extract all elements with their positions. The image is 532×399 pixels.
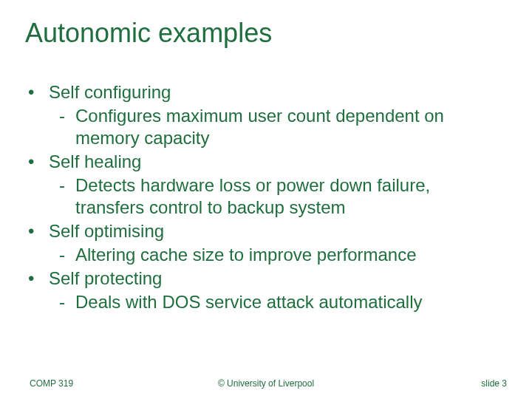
bullet-text: Self configuring — [49, 81, 495, 103]
footer-slide-num: 3 — [502, 378, 507, 389]
bullet-icon: • — [25, 151, 49, 173]
bullet-item: • Self configuring — [25, 81, 495, 103]
footer-slide-number: slide 3 — [481, 378, 507, 389]
bullet-item: • Self optimising — [25, 220, 495, 242]
bullet-item: • Self healing — [25, 151, 495, 173]
sub-text: Deals with DOS service attack automatica… — [75, 291, 495, 313]
dash-icon: - — [59, 291, 75, 313]
dash-icon: - — [59, 105, 75, 149]
sub-item: - Detects hardware loss or power down fa… — [59, 174, 495, 219]
footer-copyright: © University of Liverpool — [0, 378, 532, 389]
sub-text: Altering cache size to improve performan… — [75, 244, 495, 266]
sub-text: Detects hardware loss or power down fail… — [75, 174, 495, 219]
sub-item: - Deals with DOS service attack automati… — [59, 291, 495, 313]
bullet-icon: • — [25, 81, 49, 103]
sub-item: - Configures maximum user count dependen… — [59, 105, 495, 149]
slide-body: • Self configuring - Configures maximum … — [25, 81, 495, 315]
dash-icon: - — [59, 244, 75, 266]
dash-icon: - — [59, 174, 75, 219]
footer-slide-prefix: slide — [481, 378, 502, 389]
slide: Autonomic examples • Self configuring - … — [0, 0, 532, 399]
slide-title: Autonomic examples — [25, 18, 272, 49]
sub-text: Configures maximum user count dependent … — [75, 105, 495, 149]
bullet-text: Self healing — [49, 151, 495, 173]
bullet-text: Self protecting — [49, 267, 495, 290]
bullet-item: • Self protecting — [25, 267, 495, 290]
bullet-icon: • — [25, 267, 49, 290]
bullet-text: Self optimising — [49, 220, 495, 242]
sub-item: - Altering cache size to improve perform… — [59, 244, 495, 266]
bullet-icon: • — [25, 220, 49, 242]
